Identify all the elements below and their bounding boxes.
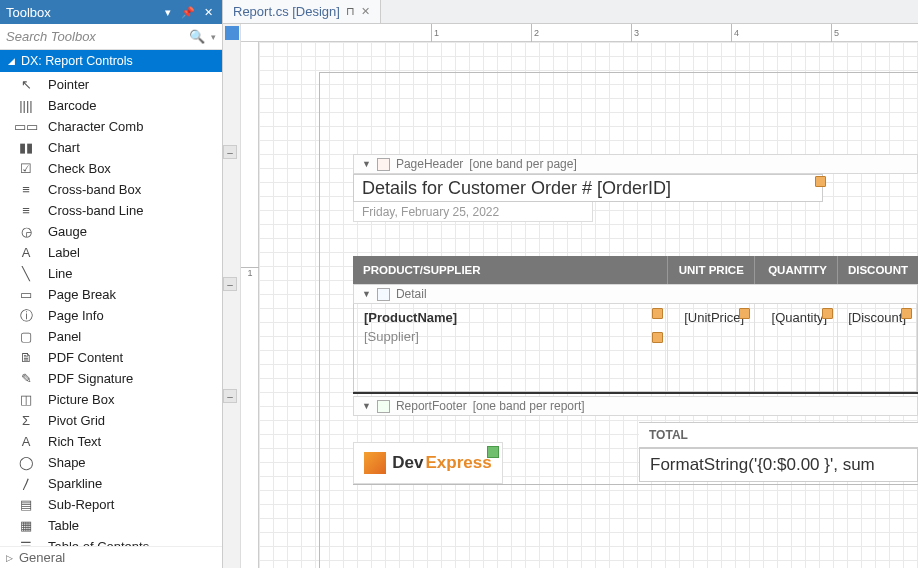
footer-bottom-line: [353, 484, 918, 485]
picture-box-icon: ◫: [18, 392, 34, 408]
detail-quantity-cell[interactable]: [Quantity]: [755, 304, 838, 391]
page-info-icon: ⓘ: [18, 308, 34, 324]
design-surface[interactable]: ▼ PageHeader [one band per page] Details…: [259, 42, 918, 568]
header-title-label[interactable]: Details for Customer Order # [OrderID]: [353, 174, 823, 202]
toolbox-item-checkbox[interactable]: ☑Check Box: [0, 158, 222, 179]
band-collapse-footer[interactable]: –: [223, 389, 237, 403]
toolbox-header: Toolbox ▾ 📌 ✕: [0, 0, 222, 24]
band-collapse-detail[interactable]: –: [223, 277, 237, 291]
toolbox-item-pivot-grid[interactable]: ΣPivot Grid: [0, 410, 222, 431]
toolbox-item-label: Label: [48, 245, 214, 260]
toolbox-item-label: Picture Box: [48, 392, 214, 407]
smart-tag-icon[interactable]: [739, 308, 750, 319]
smart-tag-icon[interactable]: [652, 332, 663, 343]
toolbox-item-label: Page Break: [48, 287, 214, 302]
band-icon: [377, 288, 390, 301]
table-icon: ▦: [18, 518, 34, 534]
toolbox-item-label: Page Info: [48, 308, 214, 323]
toolbox-item-sparkline[interactable]: 〳Sparkline: [0, 473, 222, 494]
toolbox-item-pointer[interactable]: ↖Pointer: [0, 74, 222, 95]
header-date-label[interactable]: Friday, February 25, 2022: [353, 202, 593, 222]
discount-field: [Discount]: [848, 310, 906, 325]
toolbox-item-pdf-content[interactable]: 🗎PDF Content: [0, 347, 222, 368]
toolbox-footer[interactable]: ▷ General: [0, 546, 222, 568]
tab-report-design[interactable]: Report.cs [Design] ⊓ ✕: [223, 0, 381, 23]
smart-tag-icon[interactable]: [901, 308, 912, 319]
toolbox-item-crossband-line[interactable]: ≡Cross-band Line: [0, 200, 222, 221]
smart-tag-icon[interactable]: [652, 308, 663, 319]
gauge-icon: ◶: [18, 224, 34, 240]
pdf-signature-icon: ✎: [18, 371, 34, 387]
crossband-line-icon: ≡: [18, 203, 34, 219]
ruler-v-mark-1: 1: [241, 267, 259, 278]
search-icon[interactable]: 🔍: [189, 29, 205, 44]
toolbox-item-picture-box[interactable]: ◫Picture Box: [0, 389, 222, 410]
clear-icon[interactable]: ▾: [211, 32, 216, 42]
toolbox-item-crossband-box[interactable]: ≡Cross-band Box: [0, 179, 222, 200]
th-product: PRODUCT/SUPPLIER: [353, 256, 668, 284]
smart-tag-icon[interactable]: [815, 176, 826, 187]
toolbox-search-input[interactable]: [6, 29, 183, 44]
toolbox-item-label: Cross-band Box: [48, 182, 214, 197]
table-header-row[interactable]: PRODUCT/SUPPLIER UNIT PRICE QUANTITY DIS…: [353, 256, 918, 284]
footer-format-expression[interactable]: FormatString('{0:$0.00 }', sum: [639, 448, 918, 482]
toolbox-item-line[interactable]: ╲Line: [0, 263, 222, 284]
close-icon[interactable]: ✕: [200, 4, 216, 20]
smart-tag-icon[interactable]: [822, 308, 833, 319]
toolbox-item-label: Cross-band Line: [48, 203, 214, 218]
toolbox-item-rich-text[interactable]: ARich Text: [0, 431, 222, 452]
unitprice-field: [UnitPrice]: [678, 310, 744, 325]
toolbox-item-char-comb[interactable]: ▭▭Character Comb: [0, 116, 222, 137]
detail-unitprice-cell[interactable]: [UnitPrice]: [668, 304, 755, 391]
toolbox-item-label: PDF Signature: [48, 371, 214, 386]
quantity-field: [Quantity]: [765, 310, 827, 325]
band-pageheader-bar[interactable]: ▼ PageHeader [one band per page]: [353, 154, 918, 174]
chevron-down-icon: ▼: [362, 401, 371, 411]
band-footer-bar[interactable]: ▼ ReportFooter [one band per report]: [353, 396, 918, 416]
line-icon: ╲: [18, 266, 34, 282]
pin-icon[interactable]: 📌: [180, 4, 196, 20]
toolbox-item-chart[interactable]: ▮▮Chart: [0, 137, 222, 158]
rich-text-icon: A: [18, 434, 34, 450]
chevron-down-icon: ◢: [8, 56, 15, 66]
tab-close-icon[interactable]: ✕: [361, 5, 370, 18]
band-collapse-pageheader[interactable]: –: [223, 145, 237, 159]
toolbox-menu-icon[interactable]: ▾: [160, 4, 176, 20]
chevron-down-icon: ▼: [362, 159, 371, 169]
toolbox-title: Toolbox: [6, 5, 156, 20]
toolbox-item-table[interactable]: ▦Table: [0, 515, 222, 536]
toolbox-item-label: Character Comb: [48, 119, 214, 134]
toolbox-item-shape[interactable]: ◯Shape: [0, 452, 222, 473]
tab-pin-icon[interactable]: ⊓: [346, 5, 355, 18]
detail-discount-cell[interactable]: [Discount]: [838, 304, 917, 391]
band-name: ReportFooter: [396, 399, 467, 413]
footer-logo-picturebox[interactable]: DevExpress: [353, 442, 503, 484]
toolbox-item-panel[interactable]: ▢Panel: [0, 326, 222, 347]
toolbox-section-header[interactable]: ◢ DX: Report Controls: [0, 50, 222, 72]
chevron-down-icon: ▼: [362, 289, 371, 299]
toolbox-item-pdf-signature[interactable]: ✎PDF Signature: [0, 368, 222, 389]
toolbox-item-toc[interactable]: ☰Table of Contents: [0, 536, 222, 546]
toolbox-item-label[interactable]: ALabel: [0, 242, 222, 263]
th-discount: DISCOUNT: [838, 256, 918, 284]
toolbox-item-page-break[interactable]: ▭Page Break: [0, 284, 222, 305]
band-detail-bar[interactable]: ▼ Detail: [353, 284, 918, 304]
detail-product-cell[interactable]: [ProductName] [Supplier]: [354, 304, 668, 391]
toolbox-item-label: Sparkline: [48, 476, 214, 491]
toolbox-item-label: Rich Text: [48, 434, 214, 449]
toolbox-item-barcode[interactable]: ||||Barcode: [0, 95, 222, 116]
ruler-mark-1: 1: [431, 24, 439, 42]
toolbox-item-gauge[interactable]: ◶Gauge: [0, 221, 222, 242]
toolbox-item-sub-report[interactable]: ▤Sub-Report: [0, 494, 222, 515]
toolbox-item-label: Chart: [48, 140, 214, 155]
toolbox-item-label: Table: [48, 518, 214, 533]
detail-row[interactable]: [ProductName] [Supplier] [UnitPrice] [Qu…: [353, 304, 918, 392]
sparkline-icon: 〳: [18, 476, 34, 492]
toolbox-item-page-info[interactable]: ⓘPage Info: [0, 305, 222, 326]
footer-total-label[interactable]: TOTAL: [639, 422, 918, 448]
band-name: Detail: [396, 287, 427, 301]
pivot-grid-icon: Σ: [18, 413, 34, 429]
supplier-field: [Supplier]: [364, 329, 657, 344]
toc-icon: ☰: [18, 539, 34, 547]
detail-border-bottom: [353, 392, 918, 394]
